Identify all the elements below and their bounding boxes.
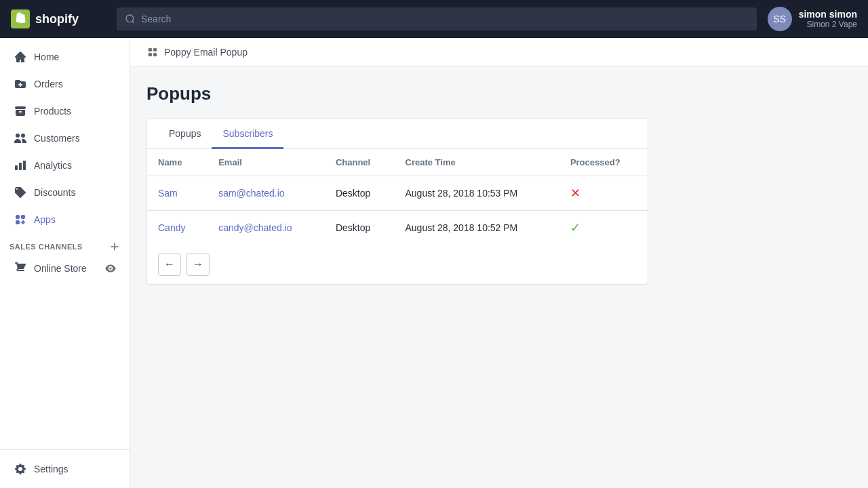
page-title: Popups: [146, 83, 852, 104]
user-area: SS simon simon Simon 2 Vape: [768, 7, 857, 31]
cell-channel: Desktop: [325, 211, 395, 245]
pagination: ← →: [147, 245, 648, 284]
cell-create-time: August 28, 2018 10:52 PM: [395, 211, 559, 245]
sidebar-item-discounts[interactable]: Discounts: [4, 180, 125, 205]
avatar: SS: [768, 7, 792, 31]
online-store-left: Online Store: [14, 262, 87, 275]
sidebar-label-apps: Apps: [34, 214, 56, 225]
breadcrumb-grid-icon: [146, 46, 159, 58]
subscribers-table: Name Email Channel Create Time Processed…: [147, 149, 648, 245]
sales-channels-header: SALES CHANNELS: [0, 233, 130, 255]
store-icon: [14, 262, 27, 275]
cell-email: candy@chated.io: [208, 211, 325, 245]
cell-channel: Desktop: [325, 176, 395, 211]
logo[interactable]: shopify: [11, 9, 106, 28]
col-header-channel: Channel: [325, 149, 395, 176]
sidebar-item-online-store[interactable]: Online Store: [4, 256, 125, 281]
processed-icon-fail: ✕: [570, 186, 580, 200]
sidebar-item-products[interactable]: Products: [4, 98, 125, 124]
cell-create-time: August 28, 2018 10:53 PM: [395, 176, 559, 211]
add-sales-channel-icon[interactable]: [109, 241, 120, 252]
cell-processed: ✓: [559, 211, 648, 245]
col-header-name: Name: [147, 149, 208, 176]
sidebar-label-products: Products: [34, 106, 71, 117]
sales-channels-label: SALES CHANNELS: [9, 243, 83, 251]
col-header-create-time: Create Time: [395, 149, 559, 176]
main-layout: Home Orders Products Customers: [0, 38, 868, 488]
tab-popups[interactable]: Popups: [158, 119, 212, 149]
home-icon: [14, 50, 27, 64]
subscriber-name-link[interactable]: Candy: [158, 222, 185, 233]
sidebar-item-home[interactable]: Home: [4, 44, 125, 70]
eye-icon[interactable]: [105, 263, 116, 274]
subscriber-email-link[interactable]: candy@chated.io: [218, 222, 292, 233]
logo-text: shopify: [35, 12, 79, 26]
cell-name: Candy: [147, 211, 208, 245]
table-head: Name Email Channel Create Time Processed…: [147, 149, 648, 176]
user-info: simon simon Simon 2 Vape: [799, 9, 857, 29]
sidebar-bottom: Settings: [0, 449, 130, 488]
top-navigation: shopify SS simon simon Simon 2 Vape: [0, 0, 868, 38]
page-body: Popups Popups Subscribers Name Email Cha…: [130, 67, 868, 301]
sidebar-item-customers[interactable]: Customers: [4, 125, 125, 151]
shopify-logo-icon: [11, 9, 30, 28]
tab-subscribers[interactable]: Subscribers: [212, 119, 283, 149]
prev-page-button[interactable]: ←: [158, 253, 181, 276]
sidebar-item-apps[interactable]: Apps: [4, 207, 125, 232]
settings-icon: [14, 462, 27, 476]
discounts-icon: [14, 186, 27, 199]
sidebar-label-customers: Customers: [34, 133, 80, 144]
main-content: Poppy Email Popup Popups Popups Subscrib…: [130, 38, 868, 488]
svg-point-0: [126, 15, 134, 22]
search-icon: [125, 14, 136, 24]
table-row: Candy candy@chated.io Desktop August 28,…: [147, 211, 648, 245]
sidebar-item-analytics[interactable]: Analytics: [4, 152, 125, 178]
search-bar[interactable]: [117, 7, 757, 30]
orders-icon: [14, 77, 27, 91]
customers-icon: [14, 131, 27, 145]
cell-name: Sam: [147, 176, 208, 211]
sidebar: Home Orders Products Customers: [0, 38, 130, 488]
user-name: simon simon: [799, 9, 857, 20]
col-header-processed: Processed?: [559, 149, 648, 176]
breadcrumb-title: Poppy Email Popup: [164, 47, 248, 58]
popups-card: Popups Subscribers Name Email Channel Cr…: [146, 118, 648, 285]
cell-email: sam@chated.io: [208, 176, 325, 211]
breadcrumb: Poppy Email Popup: [130, 38, 868, 67]
search-input[interactable]: [141, 14, 749, 24]
online-store-label: Online Store: [34, 263, 87, 274]
subscriber-email-link[interactable]: sam@chated.io: [218, 188, 284, 199]
table-body: Sam sam@chated.io Desktop August 28, 201…: [147, 176, 648, 245]
products-icon: [14, 104, 27, 118]
next-page-button[interactable]: →: [186, 253, 210, 276]
sidebar-label-home: Home: [34, 52, 59, 62]
subscriber-name-link[interactable]: Sam: [158, 188, 178, 199]
analytics-icon: [14, 159, 27, 172]
sidebar-item-orders[interactable]: Orders: [4, 71, 125, 97]
sidebar-label-analytics: Analytics: [34, 160, 72, 171]
tabs-bar: Popups Subscribers: [147, 119, 648, 149]
processed-icon-pass: ✓: [570, 221, 580, 235]
cell-processed: ✕: [559, 176, 648, 211]
col-header-email: Email: [208, 149, 325, 176]
apps-icon: [14, 213, 27, 226]
settings-label: Settings: [34, 464, 68, 474]
sidebar-item-settings[interactable]: Settings: [4, 456, 125, 482]
sidebar-label-orders: Orders: [34, 79, 63, 89]
user-store: Simon 2 Vape: [799, 20, 857, 29]
table-row: Sam sam@chated.io Desktop August 28, 201…: [147, 176, 648, 211]
sidebar-label-discounts: Discounts: [34, 187, 75, 198]
